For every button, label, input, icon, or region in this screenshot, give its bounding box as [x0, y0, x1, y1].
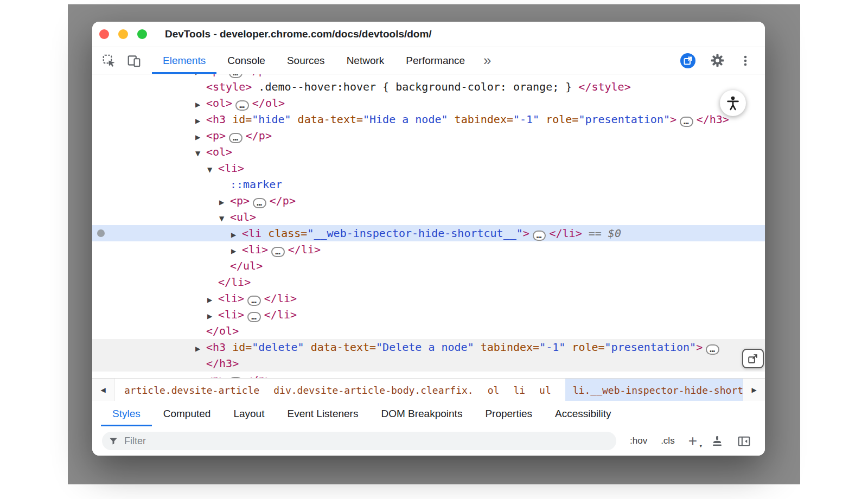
code-val: "presentation"	[605, 341, 697, 354]
tab-network[interactable]: Network	[336, 47, 395, 74]
code-val: "delete"	[252, 341, 304, 354]
breadcrumb-item[interactable]: li.__web-inspector-hide-shortcut__	[565, 379, 743, 401]
zoom-button[interactable]	[137, 29, 147, 39]
dom-tree-row[interactable]: ▼<ol>	[92, 144, 765, 160]
expand-arrow-icon[interactable]: ▶	[207, 292, 218, 308]
breadcrumb-item[interactable]: ol	[488, 379, 500, 401]
dom-tree-row[interactable]: ▼<li>	[92, 160, 765, 176]
close-button[interactable]	[99, 29, 109, 39]
dom-tree-row[interactable]: </li>	[92, 274, 765, 290]
expand-arrow-icon[interactable]: ▶	[195, 373, 206, 378]
more-tabs-button[interactable]: »	[476, 47, 499, 74]
code-tag: </p>	[246, 129, 272, 142]
breadcrumb-item[interactable]: div.devsite-article-body.clearfix.	[273, 379, 473, 401]
tab-layout[interactable]: Layout	[222, 401, 276, 426]
filter-icon	[108, 436, 118, 446]
inline-expand-icon[interactable]: …	[706, 344, 719, 355]
dom-tree-row[interactable]: ▼<ul>	[92, 209, 765, 225]
new-style-rule-button[interactable]: + ▾	[688, 436, 697, 446]
dom-tree-row[interactable]: ::marker	[92, 176, 765, 193]
accessibility-button[interactable]	[720, 90, 746, 116]
dom-tree-row-selected[interactable]: ▶<li class="__web-inspector-hide-shortcu…	[92, 225, 765, 241]
popout-button[interactable]	[742, 349, 764, 368]
filter-input[interactable]	[123, 435, 610, 447]
toggle-classes-button[interactable]: .cls	[661, 436, 675, 446]
expand-arrow-icon[interactable]: ▶	[219, 194, 230, 210]
caret-down-icon: ▾	[699, 443, 702, 449]
inline-expand-icon[interactable]: …	[533, 231, 546, 241]
toolbar-left-icons	[92, 47, 141, 74]
inline-expand-icon[interactable]: …	[271, 247, 285, 257]
breadcrumb-item[interactable]: ul	[539, 379, 551, 401]
stamp-icon[interactable]	[711, 434, 724, 447]
code-attr: role=	[539, 113, 578, 126]
collapse-arrow-icon[interactable]: ▼	[195, 145, 206, 162]
tab-performance[interactable]: Performance	[395, 47, 476, 74]
breadcrumb-scroll-left-button[interactable]: ◀	[92, 379, 114, 401]
device-toolbar-icon[interactable]	[127, 54, 141, 68]
tab-properties[interactable]: Properties	[474, 401, 544, 426]
dom-tree-row[interactable]: ▶<ol>…</ol>	[92, 95, 765, 111]
inline-expand-icon[interactable]: …	[229, 74, 242, 78]
code-tag: </li>	[264, 292, 297, 305]
expand-arrow-icon[interactable]: ▶	[231, 227, 242, 243]
tab-dom-breakpoints[interactable]: DOM Breakpoints	[369, 401, 474, 426]
dom-tree-row[interactable]: ▶<h3 id="hide" data-text="Hide a node" t…	[92, 111, 765, 127]
tab-console[interactable]: Console	[216, 47, 276, 74]
kebab-menu-icon[interactable]	[739, 54, 752, 67]
dom-tree-row[interactable]: ▶<li>…</li>	[92, 241, 765, 258]
window-title: DevTools - developer.chrome.com/docs/dev…	[165, 28, 432, 40]
dom-tree-row[interactable]: ▶<li>…</li>	[92, 290, 765, 306]
dom-tree-row[interactable]: <style> .demo--hover:hover { background-…	[92, 79, 765, 95]
sidebar-toggle-icon[interactable]	[737, 434, 751, 448]
tab-elements[interactable]: Elements	[152, 47, 216, 74]
breadcrumb-item[interactable]: article.devsite-article	[124, 379, 259, 401]
collapse-arrow-icon[interactable]: ▼	[219, 210, 230, 227]
inline-expand-icon[interactable]: …	[253, 198, 266, 208]
minimize-button[interactable]	[118, 29, 128, 39]
filter-box[interactable]	[102, 432, 616, 450]
code-tag: </li>	[288, 243, 321, 256]
toggle-element-state-button[interactable]: :hov	[630, 436, 647, 446]
dom-tree-row[interactable]: </ul>	[92, 258, 765, 274]
inline-expand-icon[interactable]: …	[247, 296, 261, 306]
inline-expand-icon[interactable]: …	[235, 100, 249, 111]
dom-tree-row[interactable]: ▶<p>…</p>	[92, 74, 765, 79]
expand-arrow-icon[interactable]: ▶	[231, 243, 242, 259]
expand-arrow-icon[interactable]: ▶	[195, 113, 206, 129]
devtools-window: DevTools - developer.chrome.com/docs/dev…	[92, 22, 765, 456]
tab-accessibility[interactable]: Accessibility	[544, 401, 622, 426]
settings-gear-icon[interactable]	[710, 53, 725, 68]
dom-tree-row[interactable]: ▶<p>…</p>	[92, 127, 765, 144]
dom-tree-row[interactable]: ▶<li>…</li>	[92, 306, 765, 323]
inline-expand-icon[interactable]: …	[247, 312, 261, 322]
code-tag: </h3>	[697, 113, 729, 126]
breadcrumb-scroll-right-button[interactable]: ▶	[743, 379, 765, 401]
dom-tree-row[interactable]: </h3>	[92, 355, 765, 372]
dom-tree-row[interactable]: ▶<h3 id="delete" data-text="Delete a nod…	[92, 339, 765, 355]
inline-expand-icon[interactable]: …	[680, 117, 693, 127]
code-eqeq: ==	[582, 227, 608, 240]
tab-event-listeners[interactable]: Event Listeners	[276, 401, 369, 426]
expand-arrow-icon[interactable]: ▶	[207, 308, 218, 324]
expand-arrow-icon[interactable]: ▶	[195, 129, 206, 145]
code-tag: <p>	[230, 194, 250, 207]
expand-arrow-icon[interactable]: ▶	[195, 97, 206, 113]
tab-computed[interactable]: Computed	[152, 401, 222, 426]
expand-arrow-icon[interactable]: ▶	[195, 341, 206, 357]
selection-dot	[97, 229, 105, 237]
code-attr: role=	[565, 341, 604, 354]
inline-expand-icon[interactable]: …	[229, 133, 242, 143]
dom-tree-row[interactable]: </ol>	[92, 323, 765, 339]
code-tag: </li>	[264, 308, 297, 321]
desktop-background: DevTools - developer.chrome.com/docs/dev…	[68, 4, 800, 484]
tab-styles[interactable]: Styles	[101, 401, 152, 426]
breadcrumb-item[interactable]: li	[513, 379, 525, 401]
tab-sources[interactable]: Sources	[276, 47, 336, 74]
dom-tree-row[interactable]: ▶<p>…</p>	[92, 193, 765, 209]
open-in-new-icon[interactable]	[680, 53, 696, 69]
code-tag: </p>	[246, 74, 272, 77]
collapse-arrow-icon[interactable]: ▼	[207, 162, 218, 178]
dom-tree-row[interactable]: ▶<p>…</p>	[92, 372, 765, 378]
inspect-icon[interactable]	[102, 54, 116, 68]
